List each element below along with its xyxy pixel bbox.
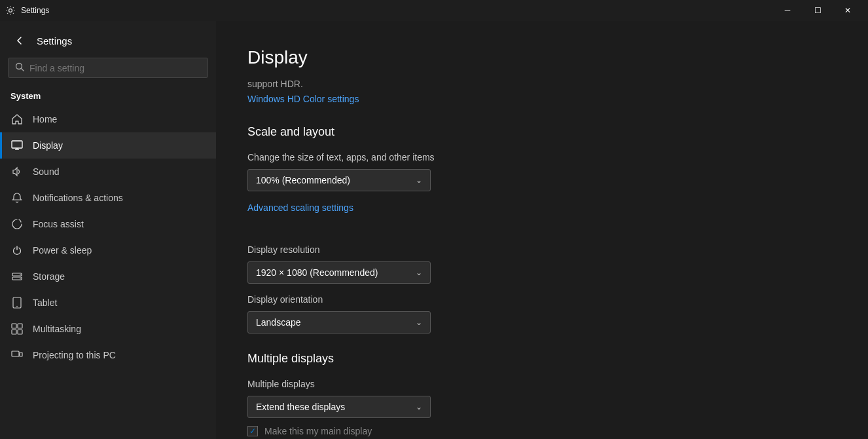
multiple-dropdown[interactable]: Extend these displays ⌄: [247, 396, 431, 418]
search-box[interactable]: [8, 58, 208, 78]
sidebar-item-projecting-label: Projecting to this PC: [33, 350, 116, 360]
sidebar-title: Settings: [37, 35, 72, 47]
svg-point-0: [9, 9, 12, 12]
hdr-color-link[interactable]: Windows HD Color settings: [247, 94, 359, 104]
sidebar-item-tablet-label: Tablet: [33, 297, 57, 308]
settings-icon: [5, 5, 16, 16]
scale-value: 100% (Recommended): [256, 175, 350, 185]
svg-rect-16: [12, 351, 19, 356]
system-label: System: [0, 88, 216, 106]
multiple-label: Multiple displays: [247, 379, 837, 389]
main-display-checkbox[interactable]: [247, 426, 258, 436]
sidebar-item-power-label: Power & sleep: [33, 245, 92, 256]
multiple-chevron-icon: ⌄: [416, 402, 422, 411]
search-input[interactable]: [29, 63, 201, 73]
resolution-dropdown[interactable]: 1920 × 1080 (Recommended) ⌄: [247, 261, 431, 284]
svg-rect-3: [12, 141, 22, 148]
multitasking-icon: [10, 322, 24, 335]
projecting-icon: [10, 349, 24, 362]
multiple-section-title: Multiple displays: [247, 352, 837, 366]
sidebar-header: Settings: [0, 21, 216, 58]
svg-rect-12: [12, 324, 16, 328]
scale-section-title: Scale and layout: [247, 125, 837, 139]
sidebar-item-multitasking[interactable]: Multitasking: [0, 316, 216, 342]
sidebar: Settings System Home: [0, 21, 216, 439]
search-icon: [15, 62, 24, 73]
sidebar-item-sound-label: Sound: [33, 166, 59, 177]
svg-point-9: [20, 278, 21, 279]
resolution-label: Display resolution: [247, 244, 837, 255]
svg-rect-13: [18, 324, 22, 328]
sidebar-item-multitasking-label: Multitasking: [33, 324, 81, 334]
app-container: Settings System Home: [0, 21, 868, 439]
orientation-dropdown[interactable]: Landscape ⌄: [247, 311, 431, 334]
sidebar-item-notifications-label: Notifications & actions: [33, 193, 123, 203]
minimize-button[interactable]: ─: [772, 0, 803, 21]
storage-icon: [10, 270, 24, 283]
advanced-scaling-link[interactable]: Advanced scaling settings: [247, 202, 353, 213]
resolution-chevron-icon: ⌄: [416, 268, 422, 277]
sidebar-item-focus-label: Focus assist: [33, 219, 84, 229]
sidebar-item-display-label: Display: [33, 140, 63, 151]
content-area: Display support HDR. Windows HD Color se…: [216, 21, 868, 439]
orientation-label: Display orientation: [247, 294, 837, 305]
close-button[interactable]: ✕: [833, 0, 863, 21]
resolution-value: 1920 × 1080 (Recommended): [256, 267, 378, 278]
svg-point-8: [20, 274, 21, 275]
window-controls: ─ ☐ ✕: [772, 0, 863, 21]
svg-rect-15: [18, 330, 22, 334]
display-icon: [10, 139, 24, 152]
hdr-note: support HDR.: [247, 79, 837, 89]
sidebar-item-storage-label: Storage: [33, 271, 65, 282]
power-icon: [10, 244, 24, 257]
sidebar-item-display[interactable]: Display: [0, 132, 216, 159]
svg-point-11: [16, 306, 18, 307]
sidebar-item-projecting[interactable]: Projecting to this PC: [0, 342, 216, 368]
scale-chevron-icon: ⌄: [416, 176, 422, 185]
sidebar-item-power[interactable]: Power & sleep: [0, 237, 216, 263]
notifications-icon: [10, 191, 24, 204]
svg-rect-17: [20, 353, 22, 356]
sound-icon: [10, 165, 24, 178]
home-icon: [10, 113, 24, 126]
orientation-value: Landscape: [256, 317, 301, 328]
sidebar-item-storage[interactable]: Storage: [0, 263, 216, 290]
focus-icon: [10, 218, 24, 231]
svg-line-2: [22, 69, 24, 71]
tablet-icon: [10, 296, 24, 309]
multiple-value: Extend these displays: [256, 402, 345, 412]
svg-rect-14: [12, 330, 16, 334]
scale-label: Change the size of text, apps, and other…: [247, 152, 837, 162]
main-display-row: Make this my main display: [247, 426, 837, 436]
main-display-label: Make this my main display: [264, 426, 372, 436]
sidebar-item-focus[interactable]: Focus assist: [0, 211, 216, 237]
back-button[interactable]: [10, 31, 29, 50]
scale-dropdown[interactable]: 100% (Recommended) ⌄: [247, 169, 431, 191]
page-title: Display: [247, 47, 837, 68]
sidebar-item-home-label: Home: [33, 114, 57, 124]
sidebar-item-tablet[interactable]: Tablet: [0, 290, 216, 316]
titlebar: Settings ─ ☐ ✕: [0, 0, 868, 21]
maximize-button[interactable]: ☐: [803, 0, 833, 21]
sidebar-item-home[interactable]: Home: [0, 106, 216, 132]
titlebar-title: Settings: [21, 6, 772, 15]
sidebar-item-sound[interactable]: Sound: [0, 159, 216, 185]
orientation-chevron-icon: ⌄: [416, 318, 422, 327]
sidebar-item-notifications[interactable]: Notifications & actions: [0, 185, 216, 211]
